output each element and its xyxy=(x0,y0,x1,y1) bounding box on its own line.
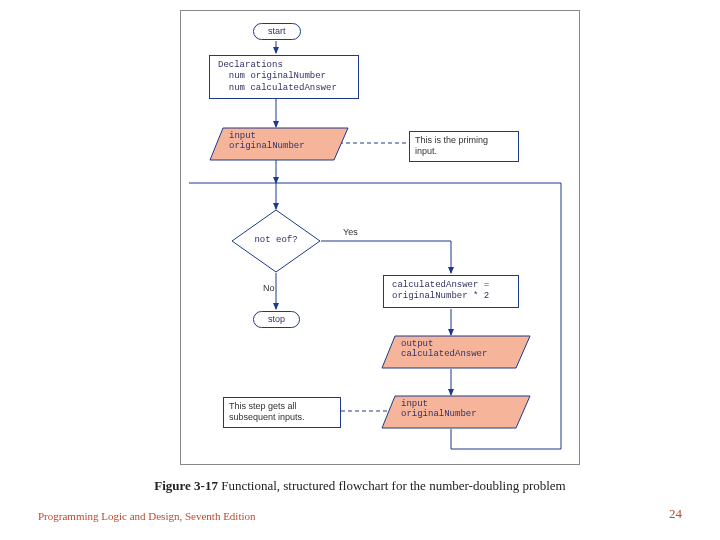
caption-text: Functional, structured flowchart for the… xyxy=(218,478,566,493)
edge-label-yes: Yes xyxy=(343,227,358,237)
io-loop-input: input originalNumber xyxy=(401,399,477,419)
decision-not-eof: not eof? xyxy=(249,235,303,245)
annotation-priming: This is the priming input. xyxy=(409,131,519,162)
terminal-start: start xyxy=(253,23,301,40)
footer-page-number: 24 xyxy=(669,506,682,522)
io-priming-l1: input xyxy=(229,131,305,141)
calc-l2: originalNumber * 2 xyxy=(392,291,510,302)
footer-book-title: Programming Logic and Design, Seventh Ed… xyxy=(38,510,256,522)
io-output: output calculatedAnswer xyxy=(401,339,487,359)
io-output-l1: output xyxy=(401,339,487,349)
annotation-priming-l1: This is the priming xyxy=(415,135,513,146)
terminal-stop: stop xyxy=(253,311,300,328)
annotation-sub-l2: subsequent inputs. xyxy=(229,412,335,423)
terminal-start-text: start xyxy=(268,26,286,36)
calc-l1: calculatedAnswer = xyxy=(392,280,510,291)
annotation-priming-l2: input. xyxy=(415,146,513,157)
decl-line-2: num originalNumber xyxy=(218,71,350,82)
process-declarations: Declarations num originalNumber num calc… xyxy=(209,55,359,99)
decl-line-1: Declarations xyxy=(218,60,350,71)
process-calc: calculatedAnswer = originalNumber * 2 xyxy=(383,275,519,308)
flowchart-frame: start Declarations num originalNumber nu… xyxy=(180,10,580,465)
io-loop-l2: originalNumber xyxy=(401,409,477,419)
io-output-l2: calculatedAnswer xyxy=(401,349,487,359)
decl-line-3: num calculatedAnswer xyxy=(218,83,350,94)
annotation-sub-l1: This step gets all xyxy=(229,401,335,412)
annotation-subsequent: This step gets all subsequent inputs. xyxy=(223,397,341,428)
caption-figure-number: Figure 3-17 xyxy=(154,478,218,493)
edge-label-no: No xyxy=(263,283,275,293)
io-priming-input: input originalNumber xyxy=(229,131,305,151)
terminal-stop-text: stop xyxy=(268,314,285,324)
io-priming-l2: originalNumber xyxy=(229,141,305,151)
io-loop-l1: input xyxy=(401,399,477,409)
figure-caption: Figure 3-17 Functional, structured flowc… xyxy=(0,478,720,494)
